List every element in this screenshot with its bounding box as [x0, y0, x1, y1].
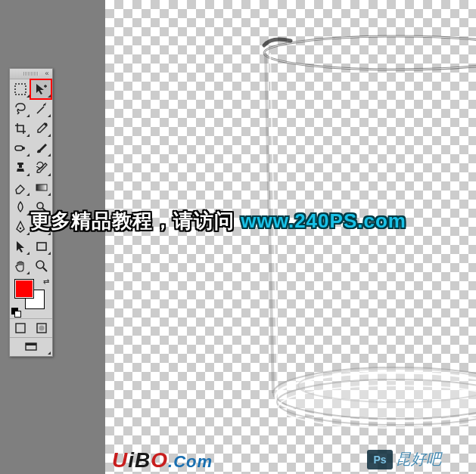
- magic-wand-tool[interactable]: [31, 99, 52, 119]
- blur-tool[interactable]: [10, 197, 31, 217]
- tool-flyout-icon: [26, 173, 30, 176]
- lasso-tool[interactable]: [10, 99, 31, 119]
- document-canvas[interactable]: [105, 0, 476, 474]
- screen-mode-button[interactable]: [10, 338, 52, 356]
- swap-colors-icon[interactable]: ⇄: [43, 277, 49, 286]
- crop-tool[interactable]: [10, 119, 31, 138]
- color-swatches: ⇄: [10, 276, 52, 318]
- tool-flyout-icon: [26, 212, 30, 215]
- svg-point-8: [45, 123, 48, 126]
- svg-point-1: [264, 36, 476, 70]
- history-brush-tool[interactable]: [31, 158, 52, 178]
- quick-mask-mode-button[interactable]: [31, 319, 52, 337]
- spot-healing-brush-tool[interactable]: [10, 138, 31, 158]
- brush-tool[interactable]: [31, 138, 52, 158]
- svg-rect-13: [36, 184, 47, 191]
- svg-rect-22: [26, 343, 36, 345]
- eyedropper-tool[interactable]: [31, 119, 52, 138]
- tools-panel-header[interactable]: «: [10, 69, 52, 79]
- uibo-b: B: [135, 448, 151, 472]
- cn-signature-watermark: 昆好吧: [396, 449, 441, 469]
- tool-flyout-icon: [48, 173, 51, 176]
- tool-flyout-icon: [48, 94, 51, 98]
- hand-tool[interactable]: [10, 256, 31, 276]
- eraser-tool[interactable]: [10, 178, 31, 197]
- ps-badge-watermark: Ps: [367, 450, 393, 469]
- pen-tool[interactable]: [10, 217, 31, 237]
- uibo-o: O: [151, 448, 168, 472]
- overlay-url-text: www.240PS.com: [241, 209, 406, 232]
- zoom-tool[interactable]: [31, 256, 52, 276]
- svg-rect-18: [16, 324, 25, 333]
- tool-flyout-icon: [26, 153, 30, 156]
- svg-point-10: [22, 147, 25, 150]
- svg-rect-12: [17, 163, 23, 165]
- uibo-i: i: [128, 448, 135, 472]
- default-colors-icon[interactable]: [11, 308, 20, 317]
- uibo-watermark: UiBO.Com: [112, 448, 213, 472]
- tool-flyout-icon: [26, 232, 30, 235]
- tool-flyout-icon: [26, 252, 30, 255]
- svg-rect-16: [37, 243, 46, 250]
- svg-point-15: [20, 228, 21, 229]
- uibo-com: .Com: [168, 452, 213, 471]
- panel-collapse-icon[interactable]: «: [43, 70, 51, 77]
- svg-point-20: [39, 326, 45, 331]
- svg-rect-9: [15, 146, 23, 150]
- tool-flyout-icon: [26, 193, 30, 196]
- rectangle-shape-tool[interactable]: [31, 237, 52, 256]
- tool-flyout-icon: [26, 94, 30, 98]
- tool-flyout-icon: [48, 153, 51, 156]
- tool-flyout-icon: [48, 134, 51, 137]
- tool-flyout-icon: [26, 114, 30, 117]
- clone-stamp-tool[interactable]: [10, 158, 31, 178]
- tool-flyout-icon: [48, 193, 51, 196]
- tool-flyout-icon: [26, 271, 30, 274]
- tool-flyout-icon: [48, 252, 51, 255]
- move-tool[interactable]: [31, 79, 52, 99]
- svg-point-2: [273, 367, 476, 419]
- standard-mode-button[interactable]: [10, 319, 31, 337]
- tool-flyout-icon: [48, 352, 51, 355]
- svg-point-17: [36, 261, 44, 268]
- foreground-color-swatch[interactable]: [14, 279, 34, 299]
- svg-point-6: [298, 369, 476, 402]
- svg-point-3: [275, 373, 476, 421]
- svg-rect-7: [15, 84, 26, 94]
- overlay-cn-text: 更多精品教程，请访问: [30, 209, 241, 232]
- svg-point-5: [278, 386, 476, 428]
- svg-point-4: [277, 380, 476, 425]
- rectangular-marquee-tool[interactable]: [10, 79, 31, 99]
- tool-flyout-icon: [26, 134, 30, 137]
- svg-point-0: [264, 36, 476, 70]
- path-selection-tool[interactable]: [10, 237, 31, 256]
- gradient-tool[interactable]: [31, 178, 52, 197]
- overlay-promo-text: 更多精品教程，请访问 www.240PS.com: [30, 208, 406, 234]
- tool-flyout-icon: [48, 114, 51, 117]
- panel-grip-icon: [23, 72, 39, 76]
- uibo-u: U: [112, 448, 128, 472]
